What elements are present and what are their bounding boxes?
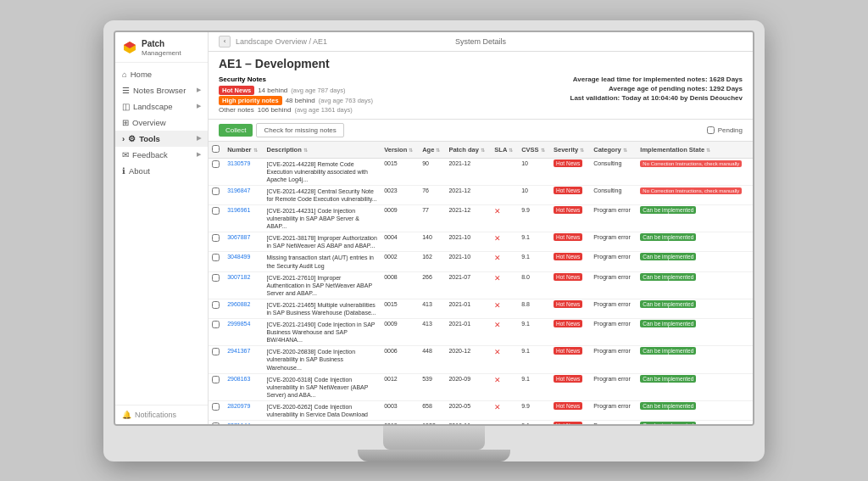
cell-impl-state: Can be implemented: [637, 346, 753, 373]
cell-impl-state: Can be implemented: [637, 373, 753, 400]
col-age[interactable]: Age ⇅: [419, 142, 445, 159]
cell-checkbox[interactable]: [209, 400, 224, 420]
col-number[interactable]: Number ⇅: [224, 142, 263, 159]
cell-sla: ✕: [491, 373, 518, 400]
table-row[interactable]: 2371144 OS Command Injection vulnerabili…: [209, 421, 753, 424]
cell-checkbox[interactable]: [209, 319, 224, 346]
sidebar-item-overview[interactable]: ⊞ Overview: [115, 115, 208, 131]
sidebar-item-home[interactable]: ⌂ Home: [115, 66, 208, 82]
col-sla[interactable]: SLA ⇅: [491, 142, 518, 159]
severity-badge: Hot News: [554, 375, 582, 383]
col-cvss[interactable]: CVSS ⇅: [518, 142, 550, 159]
table-row[interactable]: 3067887 [CVE-2021-38178] Improper Author…: [209, 232, 753, 252]
overview-icon: ⊞: [122, 118, 129, 127]
high-priority-badge: High priority notes: [219, 96, 282, 105]
col-patch[interactable]: Patch day ⇅: [445, 142, 491, 159]
high-priority-detail: (avg age 763 days): [319, 97, 373, 104]
cell-sla: ✕: [491, 232, 518, 252]
cell-severity: Hot News: [550, 252, 590, 271]
cell-category: Program error: [590, 204, 637, 232]
collect-button[interactable]: Collect: [219, 124, 253, 137]
cell-age: 448: [419, 346, 445, 373]
col-impl-state[interactable]: Implementation State ⇅: [637, 142, 753, 159]
severity-badge: Hot News: [554, 233, 582, 241]
table-row[interactable]: 2941367 [CVE-2020-26838] Code Injection …: [209, 346, 753, 373]
cell-checkbox[interactable]: [209, 346, 224, 373]
state-no-correction: No Correction Instructions, check manual…: [640, 187, 742, 194]
table-row[interactable]: 2820979 [CVE-2020-6262] Code Injection v…: [209, 400, 753, 420]
state-can-implement: Can be implemented: [640, 375, 696, 383]
table-row[interactable]: 3048499 Missing transaction start (AUT) …: [209, 252, 753, 271]
col-checkbox[interactable]: [209, 142, 224, 159]
other-notes-detail: (avg age 1361 days): [294, 106, 352, 114]
cell-checkbox[interactable]: [209, 232, 224, 252]
cell-category: Program error: [590, 299, 637, 318]
cell-description: [CVE-2021-44228] Remote Code Execution v…: [263, 158, 381, 185]
cell-impl-state: No Correction Instructions, check manual…: [637, 158, 753, 185]
table-row[interactable]: 3196847 [CVE-2021-44228] Central Securit…: [209, 185, 753, 204]
stats-right: Average lead time for implemented notes:…: [570, 76, 743, 114]
table-row[interactable]: 2960882 [CVE-2021-21465] Multiple vulner…: [209, 299, 753, 318]
feedback-icon: ✉: [122, 150, 129, 159]
state-can-implement: Can be implemented: [640, 233, 696, 241]
col-category[interactable]: Category ⇅: [590, 142, 637, 159]
notifications-area[interactable]: 🔔 Notifications: [115, 405, 208, 424]
cell-version: 0009: [381, 204, 419, 232]
cell-cvss: 9.9: [518, 204, 550, 232]
notifications-label: Notifications: [135, 411, 176, 419]
collapse-button[interactable]: ‹: [219, 36, 231, 48]
other-notes-label: Other notes: [219, 106, 254, 114]
table-row[interactable]: 3130579 [CVE-2021-44228] Remote Code Exe…: [209, 158, 753, 185]
cell-version: 0009: [381, 319, 419, 346]
stats-left: Security Notes Hot News 14 behind (avg a…: [219, 76, 373, 114]
cell-number: 3130579: [224, 158, 263, 185]
cell-checkbox[interactable]: [209, 299, 224, 318]
cell-impl-state: Can be implemented: [637, 232, 753, 252]
cell-checkbox[interactable]: [209, 252, 224, 271]
table-row[interactable]: 3007182 [CVE-2021-27610] Improper Authen…: [209, 271, 753, 299]
check-missing-button[interactable]: Check for missing notes: [256, 123, 343, 137]
sla-x: ✕: [494, 207, 501, 215]
sla-x: ✕: [494, 301, 501, 310]
col-version[interactable]: Version ⇅: [381, 142, 419, 159]
sidebar-item-notes[interactable]: ☰ Notes Browser ▶: [115, 82, 208, 98]
cell-description: [CVE-2021-27610] Improper Authentication…: [263, 271, 381, 299]
cell-version: 0004: [381, 232, 419, 252]
cell-checkbox[interactable]: [209, 373, 224, 400]
col-severity[interactable]: Severity ⇅: [550, 142, 590, 159]
cell-severity: Hot News: [550, 373, 590, 400]
table-row[interactable]: 2999854 [CVE-2021-21490] Code Injection …: [209, 319, 753, 346]
sidebar-item-feedback[interactable]: ✉ Feedback ▶: [115, 147, 208, 163]
cell-number: 2908163: [224, 373, 263, 400]
sidebar-item-tools[interactable]: › ⚙ Tools ▶: [115, 131, 208, 147]
cell-age: 1933: [419, 421, 445, 424]
sidebar-label-feedback: Feedback: [132, 150, 168, 159]
cell-checkbox[interactable]: [209, 271, 224, 299]
severity-badge: Hot News: [554, 320, 582, 327]
cell-severity: Hot News: [550, 232, 590, 252]
state-can-implement: Can be implemented: [640, 206, 696, 214]
cell-checkbox[interactable]: [209, 185, 224, 204]
cell-category: Program error: [590, 421, 637, 424]
cell-impl-state: Can be implemented: [637, 400, 753, 420]
cell-checkbox[interactable]: [209, 204, 224, 232]
cell-number: 2371144: [224, 421, 263, 424]
high-priority-count: 48 behind: [286, 97, 315, 104]
table-row[interactable]: 2908163 [CVE-2020-6318] Code Injection v…: [209, 373, 753, 400]
col-description[interactable]: Description ⇅: [263, 142, 381, 159]
sidebar-item-landscape[interactable]: ◫ Landscape ▶: [115, 98, 208, 115]
cell-severity: Hot News: [550, 271, 590, 299]
cell-cvss: 9.1: [518, 346, 550, 373]
cell-checkbox[interactable]: [209, 158, 224, 185]
table-row[interactable]: 3196961 [CVE-2021-44231] Code Injection …: [209, 204, 753, 232]
severity-badge: Hot News: [554, 402, 582, 410]
info-icon: ℹ: [122, 166, 125, 176]
sidebar-item-about[interactable]: ℹ About: [115, 163, 208, 179]
sidebar-nav: ⌂ Home ☰ Notes Browser ▶ ◫ Landscape: [115, 63, 208, 405]
sla-x: ✕: [494, 376, 501, 384]
pending-checkbox[interactable]: [707, 126, 715, 134]
sla-x: ✕: [494, 321, 501, 329]
sidebar-label-overview: Overview: [132, 118, 166, 127]
table-wrapper[interactable]: Number ⇅ Description ⇅ Version ⇅ Age ⇅ P…: [209, 142, 753, 424]
cell-checkbox[interactable]: [209, 421, 224, 424]
